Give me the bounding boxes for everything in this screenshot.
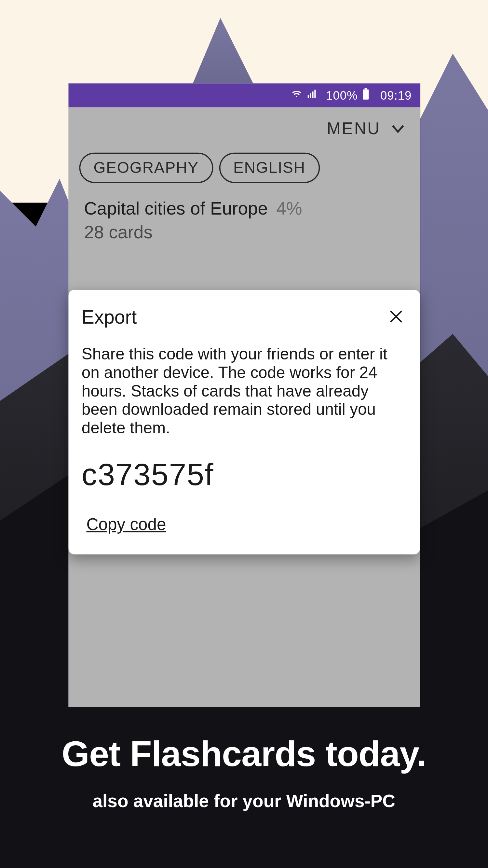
export-code: c373575f (82, 457, 407, 493)
battery-percentage: 100% (326, 89, 358, 102)
clock-time: 09:19 (380, 89, 412, 102)
status-bar: 100% 09:19 (69, 83, 420, 107)
menu-button[interactable]: MENU (79, 116, 409, 153)
tag-list: GEOGRAPHY ENGLISH (79, 153, 409, 183)
deck-title: Capital cities of Europe (84, 198, 268, 218)
tag-english[interactable]: ENGLISH (219, 153, 320, 183)
close-button[interactable] (386, 307, 407, 328)
copy-code-button[interactable]: Copy code (82, 515, 166, 534)
dialog-backdrop: Export Share this code with your friends… (69, 107, 420, 707)
promo-block: Get Flashcards today. also available for… (0, 733, 488, 811)
svg-rect-4 (315, 90, 316, 98)
promo-subline: also available for your Windows-PC (0, 791, 488, 811)
close-icon (388, 308, 404, 327)
battery-icon (362, 88, 369, 103)
svg-rect-5 (365, 88, 367, 89)
deck-progress: 4% (276, 198, 302, 218)
export-dialog: Export Share this code with your friends… (69, 290, 420, 555)
svg-point-0 (296, 95, 297, 97)
svg-rect-1 (308, 95, 309, 97)
dialog-description: Share this code with your friends or ent… (82, 345, 407, 438)
deck-card-count: 28 cards (79, 219, 409, 243)
phone-frame: 100% 09:19 MENU G (69, 83, 420, 707)
menu-label: MENU (327, 119, 381, 138)
chevron-down-icon (389, 120, 407, 138)
svg-rect-2 (310, 93, 311, 98)
signal-icon (307, 89, 318, 102)
svg-rect-3 (312, 91, 314, 97)
deck-title-row[interactable]: Capital cities of Europe 4% (79, 198, 409, 219)
app-body: MENU GEOGRAPHY ENGLISH Capital cities of… (69, 107, 420, 707)
tag-geography[interactable]: GEOGRAPHY (79, 153, 213, 183)
promo-headline: Get Flashcards today. (0, 733, 488, 774)
dialog-title: Export (82, 306, 137, 329)
wifi-icon (292, 89, 302, 102)
svg-rect-6 (363, 89, 369, 99)
